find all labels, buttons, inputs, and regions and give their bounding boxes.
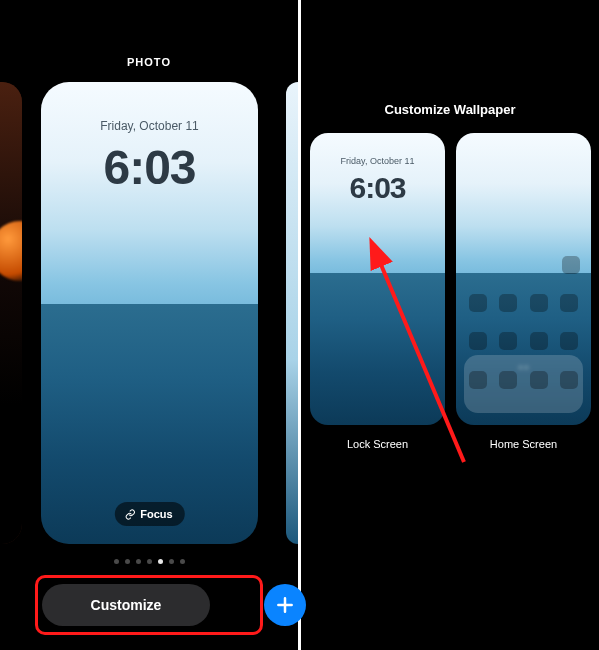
prev-wallpaper-peek[interactable] [0, 82, 22, 544]
app-icon [560, 371, 578, 389]
app-icon [562, 256, 580, 274]
plus-icon [275, 595, 295, 615]
current-wallpaper-card[interactable]: Friday, October 11 6:03 Focus [41, 82, 258, 544]
app-icon [560, 294, 578, 312]
wallpaper-category-label: PHOTO [0, 56, 298, 68]
focus-button[interactable]: Focus [114, 502, 184, 526]
customize-button[interactable]: Customize [42, 584, 210, 626]
next-wallpaper-peek[interactable] [286, 82, 298, 544]
annotation-highlight: Customize [35, 575, 263, 635]
homescreen-label: Home Screen [456, 438, 591, 450]
lockscreen-time: 6:03 [310, 171, 445, 205]
homescreen-preview[interactable] [456, 133, 591, 425]
page-indicator [0, 559, 298, 564]
add-wallpaper-button[interactable] [264, 584, 306, 626]
app-icon [530, 332, 548, 350]
customize-wallpaper-panel: Customize Wallpaper Friday, October 11 6… [301, 0, 599, 650]
lockscreen-preview[interactable]: Friday, October 11 6:03 [310, 133, 445, 425]
lockscreen-label: Lock Screen [310, 438, 445, 450]
app-icon [499, 371, 517, 389]
app-icon [560, 332, 578, 350]
app-icon [469, 371, 487, 389]
app-icon [499, 332, 517, 350]
app-icon [499, 294, 517, 312]
app-icon [469, 332, 487, 350]
lockscreen-date: Friday, October 11 [310, 156, 445, 166]
app-icon [469, 294, 487, 312]
app-icon [530, 294, 548, 312]
page-title: Customize Wallpaper [301, 102, 599, 117]
focus-label: Focus [140, 508, 172, 520]
lockscreen-date: Friday, October 11 [41, 119, 258, 133]
link-icon [124, 509, 135, 520]
lockscreen-time: 6:03 [41, 140, 258, 195]
wallpaper-gallery-panel: PHOTO Friday, October 11 6:03 Focus [0, 0, 298, 650]
app-icon [530, 371, 548, 389]
